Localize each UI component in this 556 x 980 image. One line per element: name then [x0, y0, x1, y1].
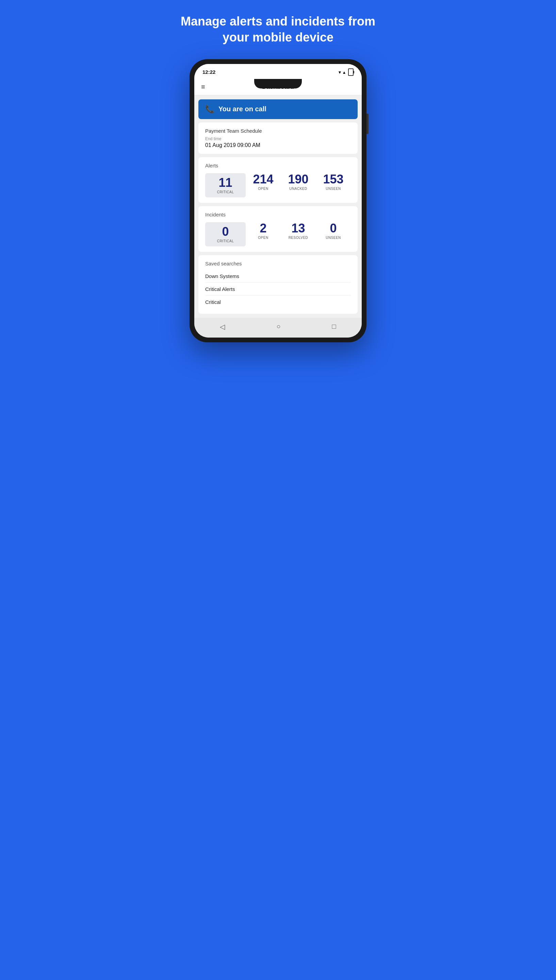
status-icons: ▾ ▴ [339, 68, 354, 76]
incidents-resolved-number: 13 [291, 222, 305, 234]
alerts-stat-critical[interactable]: 11 CRITICAL [205, 173, 246, 197]
alerts-stat-unseen[interactable]: 153 UNSEEN [316, 173, 351, 191]
alerts-critical-number: 11 [218, 177, 232, 189]
back-button[interactable]: ◁ [220, 323, 225, 331]
phone-call-icon: 📞 [205, 105, 214, 114]
menu-button[interactable]: ≡ [201, 83, 205, 91]
alerts-unacked-label: UNACKED [289, 187, 307, 191]
incidents-card: Incidents 0 CRITICAL 2 OPEN 13 RESOLVED [198, 206, 358, 252]
side-button [367, 114, 369, 134]
home-button[interactable]: ○ [276, 323, 280, 330]
status-bar: 12:22 ▾ ▴ [194, 64, 362, 79]
alerts-stat-unacked[interactable]: 190 UNACKED [281, 173, 316, 191]
incidents-stat-resolved[interactable]: 13 RESOLVED [281, 222, 316, 239]
incidents-title: Incidents [205, 211, 351, 218]
on-call-banner[interactable]: 📞 You are on call [198, 99, 358, 119]
saved-searches-card: Saved searches Down Systems Critical Ale… [198, 255, 358, 314]
on-call-text: You are on call [218, 105, 267, 113]
schedule-name: Payment Team Schedule [205, 128, 351, 134]
schedule-endtime-value: 01 Aug 2019 09:00 AM [205, 142, 351, 149]
schedule-card[interactable]: Payment Team Schedule End time 01 Aug 20… [198, 123, 358, 154]
phone-screen: 12:22 ▾ ▴ ≡ Dashboard 📞 You are on call [194, 64, 362, 337]
signal-icon: ▴ [343, 69, 345, 75]
scroll-content: 📞 You are on call Payment Team Schedule … [194, 95, 362, 318]
alerts-unacked-number: 190 [288, 173, 308, 186]
incidents-stat-open[interactable]: 2 OPEN [246, 222, 281, 239]
phone-shell: 12:22 ▾ ▴ ≡ Dashboard 📞 You are on call [189, 59, 367, 342]
alerts-stats-row: 11 CRITICAL 214 OPEN 190 UNACKED 153 UNS… [205, 173, 351, 197]
alerts-unseen-number: 153 [323, 173, 343, 186]
incidents-open-number: 2 [260, 222, 267, 234]
status-time: 12:22 [202, 69, 215, 75]
alerts-stat-open[interactable]: 214 OPEN [246, 173, 281, 191]
alerts-critical-label: CRITICAL [217, 190, 234, 194]
schedule-endtime-label: End time [205, 136, 351, 141]
recents-button[interactable]: □ [332, 323, 336, 330]
incidents-critical-number: 0 [222, 226, 229, 238]
incidents-resolved-label: RESOLVED [289, 236, 308, 239]
bottom-nav: ◁ ○ □ [194, 318, 362, 337]
alerts-title: Alerts [205, 163, 351, 168]
page-headline: Manage alerts and incidents from your mo… [179, 14, 377, 45]
saved-search-item-3[interactable]: Critical [205, 296, 351, 308]
battery-icon [348, 68, 354, 76]
alerts-card: Alerts 11 CRITICAL 214 OPEN 190 UNACKED [198, 157, 358, 203]
incidents-unseen-label: UNSEEN [326, 236, 341, 239]
phone-notch [254, 79, 302, 89]
alerts-open-number: 214 [253, 173, 273, 186]
wifi-icon: ▾ [339, 69, 341, 75]
saved-searches-title: Saved searches [205, 261, 351, 266]
alerts-unseen-label: UNSEEN [326, 187, 341, 191]
alerts-open-label: OPEN [258, 187, 268, 191]
incidents-critical-label: CRITICAL [217, 239, 234, 243]
incidents-open-label: OPEN [258, 236, 268, 239]
incidents-stat-critical[interactable]: 0 CRITICAL [205, 222, 246, 246]
incidents-stats-row: 0 CRITICAL 2 OPEN 13 RESOLVED 0 UNSEEN [205, 222, 351, 246]
saved-search-item-1[interactable]: Down Systems [205, 270, 351, 283]
incidents-stat-unseen[interactable]: 0 UNSEEN [316, 222, 351, 239]
incidents-unseen-number: 0 [330, 222, 336, 234]
saved-search-item-2[interactable]: Critical Alerts [205, 283, 351, 296]
